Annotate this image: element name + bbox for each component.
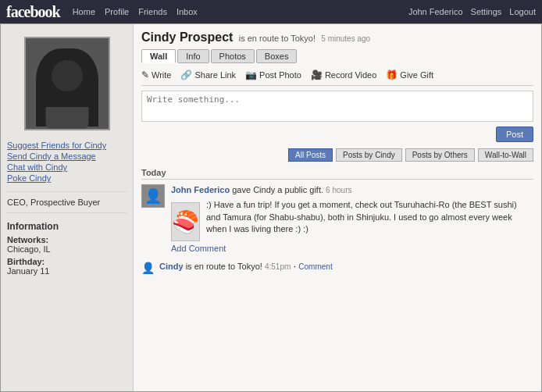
add-comment-link[interactable]: Add Comment	[171, 244, 533, 253]
chat-link[interactable]: Chat with Cindy	[7, 162, 127, 173]
networks-label: Networks:	[1, 233, 133, 244]
status-message: Cindy is en route to Tokyo!	[159, 262, 265, 271]
feed-gift-message: :) Have a fun trip! If you get a moment,…	[206, 199, 533, 235]
give-gift-icon: 🎁	[386, 69, 398, 80]
profile-header: Cindy Prospect is en route to Tokyo! 5 m…	[141, 30, 533, 45]
feed-date: Today	[141, 168, 533, 180]
suggest-friends-link[interactable]: Suggest Friends for Cindy	[7, 140, 127, 151]
record-video-label: Record Video	[325, 70, 376, 80]
give-gift-action[interactable]: 🎁 Give Gift	[386, 69, 433, 80]
nav-settings[interactable]: Settings	[471, 7, 502, 16]
write-label: Write	[152, 70, 171, 80]
feed-action-text: gave Cindy a public gift.	[232, 185, 323, 194]
filter-all-posts[interactable]: All Posts	[288, 148, 333, 162]
info-section-label: Information	[1, 218, 133, 233]
profile-tabs: Wall Info Photos Boxes	[141, 49, 533, 63]
give-gift-label: Give Gift	[400, 70, 433, 80]
write-action[interactable]: ✎ Write	[141, 69, 171, 80]
write-actions: Post	[141, 127, 533, 142]
profile-picture	[24, 37, 110, 130]
write-input[interactable]	[141, 91, 533, 122]
write-icon: ✎	[141, 69, 149, 80]
status-name: Cindy	[159, 262, 184, 271]
avatar-figure	[36, 48, 98, 127]
feed-section: Today 👤 John Federico gave Cindy a publi…	[141, 168, 533, 274]
share-link-icon: 🔗	[180, 69, 192, 80]
nav-home[interactable]: Home	[73, 7, 95, 16]
feed-avatar: 👤	[141, 184, 165, 208]
nav-username[interactable]: John Federico	[408, 7, 463, 16]
record-video-action[interactable]: 🎥 Record Video	[311, 69, 376, 80]
main-content: Cindy Prospect is en route to Tokyo! 5 m…	[134, 24, 541, 391]
feed-gift-content: John Federico gave Cindy a public gift. …	[171, 184, 533, 253]
main-container: Suggest Friends for Cindy Send Cindy a M…	[0, 23, 542, 392]
status-person-icon: 👤	[141, 262, 155, 274]
profile-status-text: is en route to Tokyo!	[239, 34, 316, 43]
nav-profile[interactable]: Profile	[105, 7, 129, 16]
post-photo-label: Post Photo	[259, 70, 301, 80]
nav-logout[interactable]: Logout	[509, 7, 536, 16]
feed-actor: John Federico	[171, 185, 230, 194]
filter-bar: All Posts Posts by Cindy Posts by Others…	[141, 148, 533, 162]
post-button[interactable]: Post	[496, 127, 533, 142]
filter-wall-to-wall[interactable]: Wall-to-Wall	[478, 148, 533, 162]
send-message-link[interactable]: Send Cindy a Message	[7, 151, 127, 162]
nav-friends[interactable]: Friends	[138, 7, 167, 16]
nav-right: John Federico Settings Logout	[408, 7, 536, 16]
user-role: CEO, Prospective Buyer	[1, 197, 133, 208]
share-link-label: Share Link	[194, 70, 236, 80]
tab-boxes[interactable]: Boxes	[256, 49, 298, 63]
filter-posts-by-others[interactable]: Posts by Others	[405, 148, 475, 162]
status-content: Cindy is en route to Tokyo! 4:51pm · Com…	[159, 261, 333, 272]
sidebar-divider-2	[7, 212, 127, 213]
sidebar-divider-1	[7, 191, 127, 192]
sidebar-actions: Suggest Friends for Cindy Send Cindy a M…	[1, 137, 133, 187]
birthday-value: January 11	[1, 266, 133, 277]
profile-name: Cindy Prospect	[141, 30, 233, 44]
feed-time-value: 6 hours	[326, 186, 351, 194]
feed-item-gift: 👤 John Federico gave Cindy a public gift…	[141, 184, 533, 253]
poke-link[interactable]: Poke Cindy	[7, 173, 127, 184]
tab-info[interactable]: Info	[177, 49, 209, 63]
profile-pic-area	[1, 30, 133, 137]
status-time: 4:51pm	[265, 262, 291, 271]
status-verb: is en route to Tokyo!	[186, 262, 265, 271]
networks-value: Chicago, IL	[1, 244, 133, 255]
share-link-action[interactable]: 🔗 Share Link	[180, 69, 236, 80]
profile-time-ago: 5 minutes ago	[321, 34, 370, 43]
top-nav: facebook Home Profile Friends Inbox John…	[0, 0, 542, 23]
action-bar: ✎ Write 🔗 Share Link 📷 Post Photo 🎥 Reco…	[141, 69, 533, 86]
sidebar: Suggest Friends for Cindy Send Cindy a M…	[1, 24, 134, 391]
status-comment-link[interactable]: Comment	[298, 262, 332, 271]
post-photo-action[interactable]: 📷 Post Photo	[245, 69, 301, 80]
feed-gift-header: John Federico gave Cindy a public gift. …	[171, 184, 533, 196]
gift-image: 🍣	[171, 202, 200, 241]
tab-wall[interactable]: Wall	[141, 49, 176, 63]
filter-posts-by-cindy[interactable]: Posts by Cindy	[336, 148, 402, 162]
post-photo-icon: 📷	[245, 69, 257, 80]
facebook-logo: facebook	[6, 3, 60, 21]
nav-links: Home Profile Friends Inbox	[73, 7, 408, 16]
record-video-icon: 🎥	[311, 69, 323, 80]
birthday-label: Birthday:	[1, 255, 133, 266]
write-box-area: Post	[141, 91, 533, 142]
feed-status-item: 👤 Cindy is en route to Tokyo! 4:51pm · C…	[141, 261, 533, 274]
tab-photos[interactable]: Photos	[211, 49, 255, 63]
nav-inbox[interactable]: Inbox	[177, 7, 198, 16]
